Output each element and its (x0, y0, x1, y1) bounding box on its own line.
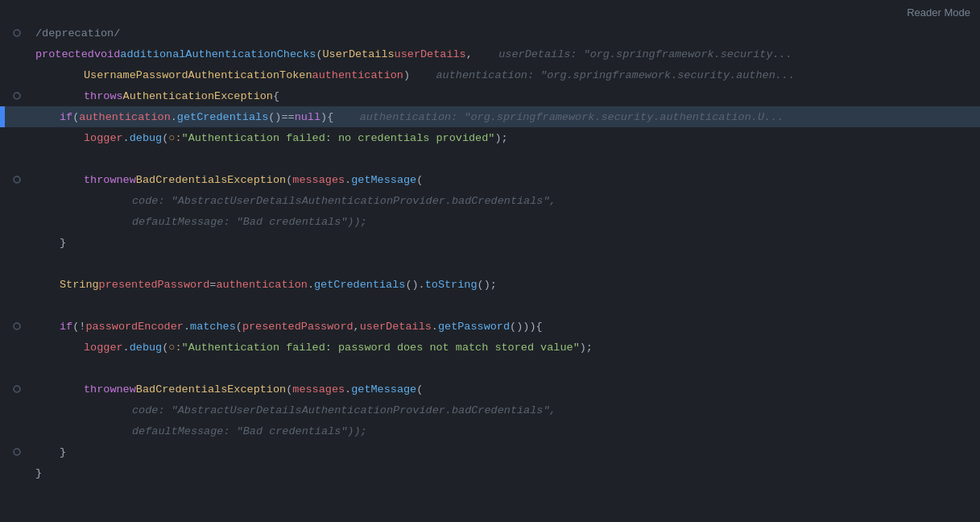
line-code: } (29, 467, 980, 479)
line-code: if (authentication.getCredentials() == n… (29, 111, 980, 123)
code-line: throws AuthenticationException { (0, 85, 980, 106)
active-line-indicator (0, 337, 5, 358)
line-code: logger.debug( ○: "Authentication failed:… (29, 342, 980, 354)
line-code: code: "AbstractUserDetailsAuthentication… (29, 195, 980, 207)
code-line: logger.debug( ○: "Authentication failed:… (0, 337, 980, 358)
code-line: code: "AbstractUserDetailsAuthentication… (0, 190, 980, 211)
line-gutter (5, 446, 29, 458)
svg-point-5 (14, 449, 20, 455)
code-line: code: "AbstractUserDetailsAuthentication… (0, 400, 980, 420)
line-code: String presentedPassword = authenticatio… (29, 279, 980, 291)
svg-point-2 (14, 176, 20, 183)
line-code: throws AuthenticationException { (29, 90, 980, 102)
active-line-indicator (0, 106, 5, 127)
fold-icon[interactable] (11, 383, 23, 395)
active-line-indicator (0, 190, 5, 211)
code-line: /deprecation/ (0, 23, 980, 44)
active-line-indicator (0, 295, 5, 316)
code-line: } (0, 462, 980, 483)
active-line-indicator (0, 253, 5, 274)
code-line: String presentedPassword = authenticatio… (0, 274, 980, 295)
fold-icon[interactable] (11, 446, 23, 458)
svg-point-4 (14, 386, 20, 392)
active-line-indicator (0, 127, 5, 148)
line-code: throw new BadCredentialsException(messag… (29, 383, 980, 396)
reader-mode-button[interactable]: Reader Mode (907, 6, 970, 19)
svg-point-0 (14, 30, 20, 36)
active-line-indicator (0, 274, 5, 295)
line-gutter (5, 90, 29, 102)
active-line-indicator (0, 148, 5, 169)
code-line: protected void additionalAuthenticationC… (0, 44, 980, 64)
svg-point-1 (14, 93, 20, 99)
code-line: defaultMessage: "Bad credentials")); (0, 211, 980, 232)
svg-point-3 (14, 323, 20, 329)
code-line (0, 148, 980, 169)
active-line-indicator (0, 44, 5, 64)
active-line-indicator (0, 211, 5, 232)
code-line: } (0, 232, 980, 253)
line-gutter (5, 27, 29, 39)
code-line: throw new BadCredentialsException(messag… (0, 379, 980, 400)
line-gutter (5, 321, 29, 332)
line-code: } (29, 237, 980, 249)
line-code: protected void additionalAuthenticationC… (29, 48, 980, 60)
line-gutter (5, 174, 29, 185)
code-editor: /deprecation/protected void additionalAu… (0, 0, 980, 522)
code-line: UsernamePasswordAuthenticationToken auth… (0, 64, 980, 85)
line-code: if (!passwordEncoder.matches(presentedPa… (29, 321, 980, 333)
line-code: /deprecation/ (29, 27, 980, 39)
line-code: throw new BadCredentialsException(messag… (29, 174, 980, 186)
active-line-indicator (0, 420, 5, 441)
code-line: throw new BadCredentialsException(messag… (0, 169, 980, 190)
code-line (0, 358, 980, 379)
line-code: code: "AbstractUserDetailsAuthentication… (29, 404, 980, 416)
line-code: defaultMessage: "Bad credentials")); (29, 425, 980, 437)
line-code: UsernamePasswordAuthenticationToken auth… (29, 69, 980, 81)
code-line: logger.debug( ○: "Authentication failed:… (0, 127, 980, 148)
code-line: if (authentication.getCredentials() == n… (0, 106, 980, 127)
line-code: } (29, 446, 980, 458)
active-line-indicator (0, 64, 5, 85)
active-line-indicator (0, 358, 5, 379)
code-line: if (!passwordEncoder.matches(presentedPa… (0, 316, 980, 337)
code-line (0, 253, 980, 274)
code-line (0, 295, 980, 316)
fold-icon[interactable] (11, 174, 23, 185)
fold-icon[interactable] (11, 27, 23, 39)
fold-icon[interactable] (11, 90, 23, 102)
line-code: logger.debug( ○: "Authentication failed:… (29, 132, 980, 144)
line-gutter (5, 383, 29, 395)
code-line: } (0, 441, 980, 462)
code-line: defaultMessage: "Bad credentials")); (0, 420, 980, 441)
active-line-indicator (0, 232, 5, 253)
active-line-indicator (0, 400, 5, 420)
active-line-indicator (0, 462, 5, 483)
fold-icon[interactable] (11, 321, 23, 332)
line-code: defaultMessage: "Bad credentials")); (29, 216, 980, 228)
